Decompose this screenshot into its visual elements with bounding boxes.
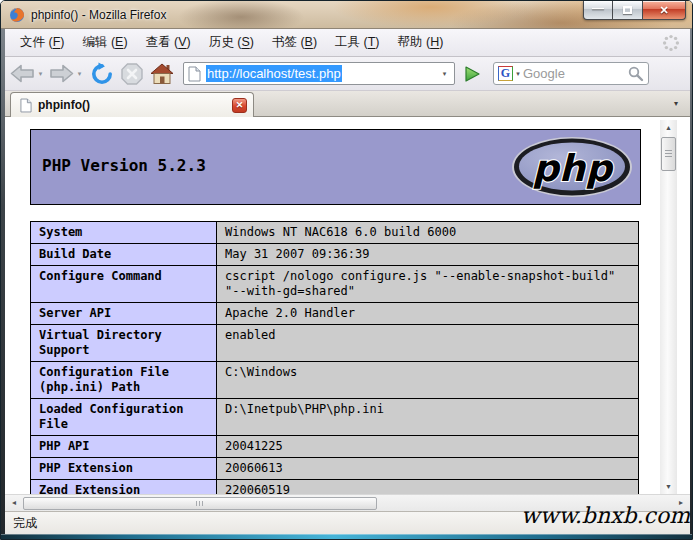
- maximize-icon: [623, 6, 632, 14]
- tab-bar: phpinfo() ✕ ▾: [5, 91, 690, 117]
- window-border-bottom: [1, 534, 693, 540]
- horizontal-scroll-thumb[interactable]: [23, 497, 377, 510]
- table-row: PHP API20041225: [31, 436, 639, 458]
- vertical-scrollbar[interactable]: ▲ ▼: [660, 120, 677, 494]
- tab-list-dropdown[interactable]: ▾: [667, 94, 685, 112]
- browser-content: PHP Version 5.2.3 php SystemWindows NT N…: [5, 117, 690, 511]
- window-title: phpinfo() - Mozilla Firefox: [31, 8, 166, 22]
- php-logo: php: [510, 135, 634, 199]
- watermark: www.bnxb.com: [521, 503, 690, 528]
- menu-edit[interactable]: 编辑 (E): [73, 29, 136, 56]
- forward-icon: [48, 60, 75, 87]
- back-button[interactable]: [9, 60, 36, 87]
- firefox-icon: [9, 7, 25, 23]
- table-row: Loaded Configuration FileD:\Inetpub\PHP\…: [31, 399, 639, 436]
- menu-history[interactable]: 历史 (S): [200, 29, 263, 56]
- menu-file[interactable]: 文件 (F): [11, 29, 73, 56]
- maximize-button[interactable]: [613, 1, 643, 20]
- menu-tools[interactable]: 工具 (T): [326, 29, 388, 56]
- reload-button[interactable]: [90, 62, 114, 86]
- table-row: Configure Commandcscript /nologo configu…: [31, 266, 639, 303]
- scroll-left-icon[interactable]: ◂: [7, 495, 21, 511]
- tab-title: phpinfo(): [38, 98, 232, 112]
- scroll-down-icon[interactable]: ▼: [660, 479, 677, 494]
- firefox-window: phpinfo() - Mozilla Firefox — ✕ 文件 (F) 编…: [0, 0, 693, 540]
- menu-help[interactable]: 帮助 (H): [389, 29, 453, 56]
- stop-icon: [120, 62, 144, 86]
- url-history-dropdown[interactable]: ▾: [437, 64, 452, 83]
- table-row: Configuration File (php.ini) PathC:\Wind…: [31, 362, 639, 399]
- phpinfo-table: SystemWindows NT NAC618 6.0 build 6000 B…: [30, 221, 639, 494]
- search-icon[interactable]: [627, 65, 644, 82]
- page-icon: [188, 66, 201, 82]
- forward-history-dropdown[interactable]: ▾: [75, 70, 84, 78]
- search-engine-dropdown[interactable]: ▾: [513, 70, 523, 78]
- home-icon: [150, 62, 174, 86]
- navigation-toolbar: ▾ ▾: [5, 57, 690, 91]
- tab-phpinfo[interactable]: phpinfo() ✕: [10, 92, 254, 117]
- menu-bookmarks[interactable]: 书签 (B): [263, 29, 326, 56]
- search-box[interactable]: G ▾: [493, 62, 649, 85]
- svg-text:php: php: [532, 147, 614, 190]
- php-version-header: PHP Version 5.2.3 php: [30, 129, 641, 205]
- table-row: Zend Extension220060519: [31, 480, 639, 495]
- reload-icon: [90, 62, 114, 86]
- go-button[interactable]: [462, 64, 482, 84]
- back-history-dropdown[interactable]: ▾: [36, 70, 45, 78]
- vertical-scroll-thumb[interactable]: [661, 137, 676, 171]
- status-text: 完成: [13, 515, 37, 532]
- phpinfo-page: PHP Version 5.2.3 php SystemWindows NT N…: [5, 117, 690, 494]
- url-input[interactable]: http://localhost/test.php: [206, 65, 342, 82]
- scroll-up-icon[interactable]: ▲: [660, 120, 677, 135]
- minimize-button[interactable]: —: [583, 1, 613, 20]
- throbber-icon: [662, 34, 680, 52]
- tab-page-icon: [20, 98, 32, 113]
- close-button[interactable]: ✕: [643, 1, 686, 20]
- tab-close-button[interactable]: ✕: [232, 98, 247, 113]
- table-row: SystemWindows NT NAC618 6.0 build 6000: [31, 222, 639, 244]
- table-row: Server APIApache 2.0 Handler: [31, 303, 639, 325]
- forward-button[interactable]: [48, 60, 75, 87]
- menu-view[interactable]: 查看 (V): [137, 29, 200, 56]
- table-row: Build DateMay 31 2007 09:36:39: [31, 244, 639, 266]
- title-bar: phpinfo() - Mozilla Firefox — ✕: [1, 1, 693, 29]
- php-version-title: PHP Version 5.2.3: [42, 156, 206, 175]
- stop-button[interactable]: [120, 62, 144, 86]
- menu-bar: 文件 (F) 编辑 (E) 查看 (V) 历史 (S) 书签 (B) 工具 (T…: [5, 29, 690, 57]
- table-row: PHP Extension20060613: [31, 458, 639, 480]
- google-logo-icon: G: [498, 66, 513, 81]
- url-bar[interactable]: http://localhost/test.php ▾: [183, 62, 455, 85]
- go-icon: [462, 64, 482, 84]
- table-row: Virtual Directory Supportenabled: [31, 325, 639, 362]
- home-button[interactable]: [150, 62, 174, 86]
- search-input[interactable]: [523, 66, 627, 81]
- back-icon: [9, 60, 36, 87]
